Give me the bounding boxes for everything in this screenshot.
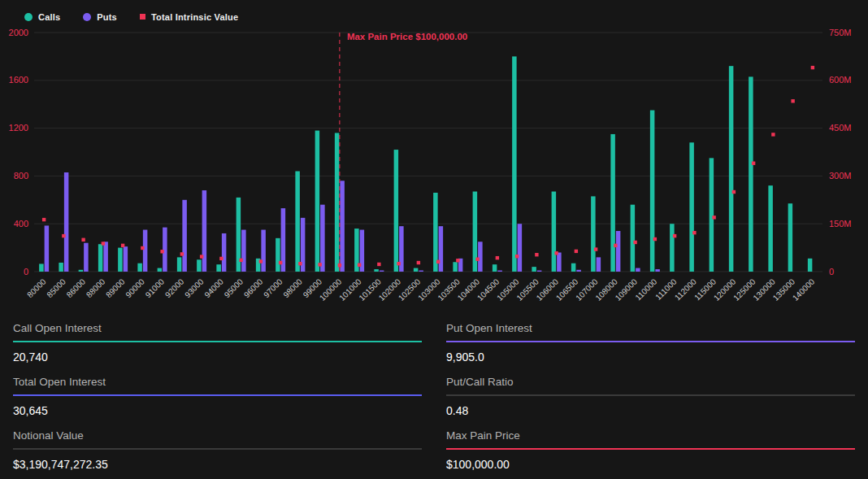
puts-bar	[45, 225, 50, 272]
max-pain-label: Max Pain Price $100,000.00	[347, 32, 467, 41]
puts-bar	[222, 233, 227, 272]
calls-bar	[749, 76, 753, 272]
right-axis-tick: 300M	[829, 171, 852, 181]
right-axis-tick: 150M	[829, 219, 852, 229]
x-axis-label: 80000	[25, 277, 48, 299]
calls-bar	[98, 244, 103, 272]
calls-bar	[315, 131, 320, 272]
calls-bar	[453, 262, 458, 272]
intrinsic-value-dot	[417, 261, 420, 264]
max-pain-chart: 00400150M800300M1200450M1600600M2000750M…	[0, 26, 868, 309]
puts-bar	[64, 172, 69, 272]
puts-bar	[380, 271, 384, 272]
x-axis-label: 140000	[791, 277, 817, 303]
intrinsic-value-dot	[338, 263, 341, 267]
x-axis-label: 89000	[104, 277, 127, 299]
calls-bar	[670, 224, 675, 272]
intrinsic-value-dot	[436, 260, 440, 263]
stat-label: Max Pain Price	[446, 429, 855, 448]
intrinsic-value-dot	[180, 252, 184, 255]
calls-bar	[591, 196, 596, 272]
puts-bar	[576, 270, 581, 272]
x-axis-label: 98000	[281, 277, 304, 299]
legend-item-calls[interactable]: Calls	[24, 12, 60, 22]
x-axis-label: 85000	[45, 277, 67, 299]
legend-label-puts: Puts	[97, 12, 117, 22]
intrinsic-value-dot	[771, 133, 775, 136]
intrinsic-value-dot	[653, 237, 657, 241]
puts-bar	[616, 231, 621, 272]
calls-bar	[768, 185, 773, 272]
legend-item-puts[interactable]: Puts	[83, 12, 117, 22]
calls-bar	[512, 56, 517, 272]
right-axis-tick: 600M	[829, 75, 852, 85]
right-axis-tick: 450M	[829, 123, 852, 133]
intrinsic-value-dot	[535, 253, 538, 256]
left-axis-tick: 1200	[9, 123, 28, 133]
calls-bar	[216, 264, 221, 272]
intrinsic-value-dot	[496, 256, 499, 259]
intrinsic-value-dot	[239, 259, 242, 262]
stats-grid: Call Open Interest 20,740 Put Open Inter…	[0, 309, 868, 473]
puts-bar	[419, 271, 423, 272]
intrinsic-value-dot	[811, 66, 814, 69]
stat-label: Total Open Interest	[13, 376, 422, 394]
x-axis-label: 92000	[163, 277, 186, 299]
calls-bar	[158, 268, 163, 272]
intrinsic-value-dot	[102, 242, 105, 245]
intrinsic-value-dot	[732, 190, 736, 194]
left-axis-tick: 1600	[9, 75, 28, 85]
calls-bar	[689, 142, 694, 272]
left-axis-tick: 800	[14, 171, 28, 181]
calls-bar	[79, 270, 84, 272]
stat-put-call-ratio: Put/Call Ratio 0.48	[446, 366, 855, 420]
left-axis-tick: 400	[14, 219, 28, 229]
puts-bar	[478, 242, 483, 272]
puts-bar	[636, 268, 640, 272]
stat-value: 30,645	[13, 396, 422, 420]
x-axis-label: 90000	[124, 277, 146, 299]
calls-bar	[295, 172, 300, 272]
x-axis-label: 95000	[223, 277, 245, 299]
intrinsic-value-dot	[712, 216, 715, 219]
puts-bar	[518, 224, 523, 272]
intrinsic-value-dot	[475, 258, 479, 261]
puts-bar	[597, 257, 601, 272]
calls-bar	[710, 158, 714, 272]
calls-bar	[650, 111, 655, 272]
calls-bar	[177, 257, 182, 272]
left-axis-tick: 0	[24, 267, 28, 277]
puts-bar	[261, 230, 266, 272]
stat-value: 9,905.0	[446, 342, 855, 366]
calls-bar	[137, 263, 142, 272]
intrinsic-value-dot	[614, 244, 617, 247]
puts-bar	[163, 228, 167, 272]
puts-bar	[202, 190, 207, 272]
calls-bar	[788, 203, 793, 272]
intrinsic-value-dot	[377, 263, 380, 266]
intrinsic-value-dot	[219, 257, 223, 260]
stat-label: Put Open Interest	[446, 322, 855, 341]
stat-put-open-interest: Put Open Interest 9,905.0	[446, 312, 855, 366]
intrinsic-value-dot	[141, 246, 144, 250]
puts-bar	[124, 246, 128, 272]
legend-item-total-intrinsic-value[interactable]: Total Intrinsic Value	[140, 12, 238, 22]
calls-bar	[571, 263, 576, 272]
intrinsic-value-dot	[298, 262, 302, 265]
stat-value: $3,190,747,272.35	[13, 450, 422, 473]
puts-swatch-icon	[83, 13, 91, 21]
chart-canvas: 00400150M800300M1200450M1600600M2000750M…	[0, 26, 868, 309]
stat-label: Call Open Interest	[13, 322, 422, 341]
intrinsic-value-dot	[575, 250, 578, 253]
intrinsic-value-dot	[318, 263, 321, 266]
intrinsic-value-dot	[594, 247, 597, 250]
intrinsic-value-dot	[397, 262, 400, 265]
calls-bar	[59, 263, 63, 272]
calls-bar	[374, 269, 379, 272]
calls-swatch-icon	[24, 13, 33, 21]
calls-bar	[276, 238, 280, 272]
stat-label: Notional Value	[13, 429, 422, 448]
intrinsic-value-dot	[515, 255, 519, 258]
calls-bar	[118, 248, 123, 272]
intrinsic-value-dot	[456, 259, 459, 262]
